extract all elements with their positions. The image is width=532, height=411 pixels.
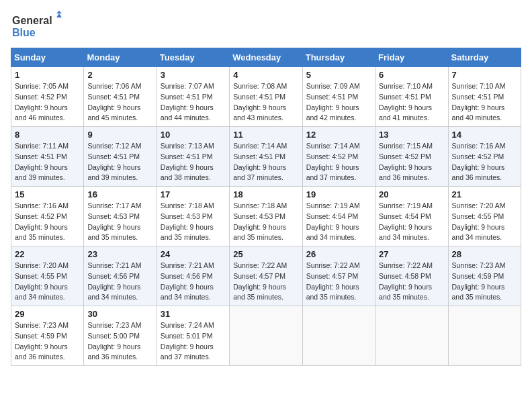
day-sunset: Sunset: 4:53 PM [87, 212, 140, 220]
day-sunrise: Sunrise: 7:18 AM [233, 201, 287, 210]
day-daylight: Daylight: 9 hours and 35 minutes. [233, 223, 286, 242]
day-sunrise: Sunrise: 7:21 AM [87, 261, 141, 269]
day-number: 18 [233, 189, 298, 199]
day-daylight: Daylight: 9 hours and 46 minutes. [15, 103, 68, 122]
day-sunrise: Sunrise: 7:14 AM [233, 142, 287, 150]
calendar-week-4: 22 Sunrise: 7:20 AM Sunset: 4:55 PM Dayl… [11, 246, 521, 306]
day-sunrise: Sunrise: 7:16 AM [452, 142, 506, 150]
day-number: 30 [87, 309, 152, 319]
day-daylight: Daylight: 9 hours and 34 minutes. [306, 223, 359, 242]
day-sunset: Sunset: 4:58 PM [379, 272, 431, 280]
day-daylight: Daylight: 9 hours and 35 minutes. [87, 223, 140, 242]
day-sunrise: Sunrise: 7:10 AM [452, 82, 506, 90]
day-sunset: Sunset: 4:54 PM [306, 212, 359, 220]
day-sunset: Sunset: 5:01 PM [161, 332, 213, 340]
day-daylight: Daylight: 9 hours and 34 minutes. [15, 283, 68, 302]
day-sunrise: Sunrise: 7:18 AM [161, 201, 214, 210]
day-number: 5 [306, 70, 371, 80]
day-cell-11: 11 Sunrise: 7:14 AM Sunset: 4:51 PM Dayl… [230, 127, 302, 187]
day-sunrise: Sunrise: 7:22 AM [233, 261, 287, 269]
day-sunrise: Sunrise: 7:06 AM [87, 82, 141, 90]
day-cell-27: 27 Sunrise: 7:22 AM Sunset: 4:58 PM Dayl… [375, 246, 448, 306]
day-sunrise: Sunrise: 7:23 AM [15, 321, 69, 329]
day-sunrise: Sunrise: 7:20 AM [15, 261, 69, 269]
day-sunset: Sunset: 4:52 PM [452, 152, 504, 161]
day-number: 24 [161, 249, 226, 259]
calendar-header-tuesday: Tuesday [157, 48, 229, 67]
day-number: 21 [452, 189, 517, 199]
day-sunrise: Sunrise: 7:08 AM [233, 82, 287, 90]
svg-marker-2 [56, 11, 62, 13]
logo-icon: General Blue [11, 11, 64, 41]
day-cell-19: 19 Sunrise: 7:19 AM Sunset: 4:54 PM Dayl… [302, 187, 375, 246]
day-daylight: Daylight: 9 hours and 38 minutes. [161, 163, 214, 182]
day-daylight: Daylight: 9 hours and 39 minutes. [87, 163, 140, 182]
day-daylight: Daylight: 9 hours and 35 minutes. [15, 223, 68, 242]
day-sunset: Sunset: 4:52 PM [15, 93, 67, 101]
day-sunset: Sunset: 4:55 PM [452, 212, 504, 220]
day-cell-6: 6 Sunrise: 7:10 AM Sunset: 4:51 PM Dayli… [375, 67, 448, 127]
day-sunset: Sunset: 4:57 PM [306, 272, 359, 280]
day-number: 4 [233, 70, 298, 80]
day-sunrise: Sunrise: 7:11 AM [15, 142, 69, 150]
day-number: 27 [379, 249, 444, 259]
day-sunset: Sunset: 4:54 PM [379, 212, 431, 220]
svg-marker-3 [56, 13, 62, 17]
day-sunrise: Sunrise: 7:12 AM [87, 142, 141, 150]
day-number: 10 [161, 130, 226, 140]
day-cell-12: 12 Sunrise: 7:14 AM Sunset: 4:52 PM Dayl… [302, 127, 375, 187]
calendar-week-2: 8 Sunrise: 7:11 AM Sunset: 4:51 PM Dayli… [11, 127, 521, 187]
day-number: 17 [161, 189, 226, 199]
day-number: 20 [379, 189, 444, 199]
day-cell-4: 4 Sunrise: 7:08 AM Sunset: 4:51 PM Dayli… [230, 67, 302, 127]
day-sunset: Sunset: 4:51 PM [87, 152, 140, 161]
day-cell-30: 30 Sunrise: 7:23 AM Sunset: 5:00 PM Dayl… [84, 306, 157, 366]
day-number: 16 [87, 189, 152, 199]
day-daylight: Daylight: 9 hours and 37 minutes. [161, 342, 214, 361]
calendar-table: SundayMondayTuesdayWednesdayThursdayFrid… [11, 48, 521, 366]
day-cell-17: 17 Sunrise: 7:18 AM Sunset: 4:53 PM Dayl… [157, 187, 229, 246]
day-sunset: Sunset: 4:51 PM [233, 93, 285, 101]
day-sunset: Sunset: 4:51 PM [15, 152, 67, 161]
day-cell-14: 14 Sunrise: 7:16 AM Sunset: 4:52 PM Dayl… [448, 127, 521, 187]
day-sunset: Sunset: 4:52 PM [306, 152, 359, 161]
day-sunset: Sunset: 4:55 PM [15, 272, 67, 280]
day-sunrise: Sunrise: 7:19 AM [306, 201, 360, 210]
day-cell-2: 2 Sunrise: 7:06 AM Sunset: 4:51 PM Dayli… [84, 67, 157, 127]
calendar-header-wednesday: Wednesday [230, 48, 302, 67]
day-number: 11 [233, 130, 298, 140]
day-number: 13 [379, 130, 444, 140]
day-cell-24: 24 Sunrise: 7:21 AM Sunset: 4:56 PM Dayl… [157, 246, 229, 306]
calendar-header-sunday: Sunday [11, 48, 84, 67]
day-daylight: Daylight: 9 hours and 37 minutes. [306, 163, 359, 182]
day-cell-25: 25 Sunrise: 7:22 AM Sunset: 4:57 PM Dayl… [230, 246, 302, 306]
day-sunset: Sunset: 4:51 PM [379, 93, 431, 101]
day-number: 12 [306, 130, 371, 140]
day-cell-10: 10 Sunrise: 7:13 AM Sunset: 4:51 PM Dayl… [157, 127, 229, 187]
empty-cell [302, 306, 375, 366]
day-sunrise: Sunrise: 7:17 AM [87, 201, 141, 210]
day-daylight: Daylight: 9 hours and 36 minutes. [379, 163, 432, 182]
calendar-week-5: 29 Sunrise: 7:23 AM Sunset: 4:59 PM Dayl… [11, 306, 521, 366]
day-sunrise: Sunrise: 7:14 AM [306, 142, 360, 150]
day-sunset: Sunset: 4:51 PM [161, 152, 213, 161]
day-daylight: Daylight: 9 hours and 39 minutes. [15, 163, 68, 182]
day-cell-3: 3 Sunrise: 7:07 AM Sunset: 4:51 PM Dayli… [157, 67, 229, 127]
day-number: 2 [87, 70, 152, 80]
svg-text:General: General [12, 15, 52, 26]
day-sunrise: Sunrise: 7:13 AM [161, 142, 214, 150]
empty-cell [375, 306, 448, 366]
day-daylight: Daylight: 9 hours and 35 minutes. [452, 283, 505, 302]
day-sunset: Sunset: 4:57 PM [233, 272, 285, 280]
day-cell-20: 20 Sunrise: 7:19 AM Sunset: 4:54 PM Dayl… [375, 187, 448, 246]
day-daylight: Daylight: 9 hours and 43 minutes. [233, 103, 286, 122]
day-cell-28: 28 Sunrise: 7:23 AM Sunset: 4:59 PM Dayl… [448, 246, 521, 306]
calendar-header-monday: Monday [84, 48, 157, 67]
day-number: 3 [161, 70, 226, 80]
day-cell-8: 8 Sunrise: 7:11 AM Sunset: 4:51 PM Dayli… [11, 127, 84, 187]
day-daylight: Daylight: 9 hours and 36 minutes. [452, 163, 505, 182]
page-header: General Blue [11, 11, 521, 41]
svg-text:Blue: Blue [12, 27, 36, 38]
day-daylight: Daylight: 9 hours and 35 minutes. [306, 283, 359, 302]
day-cell-18: 18 Sunrise: 7:18 AM Sunset: 4:53 PM Dayl… [230, 187, 302, 246]
